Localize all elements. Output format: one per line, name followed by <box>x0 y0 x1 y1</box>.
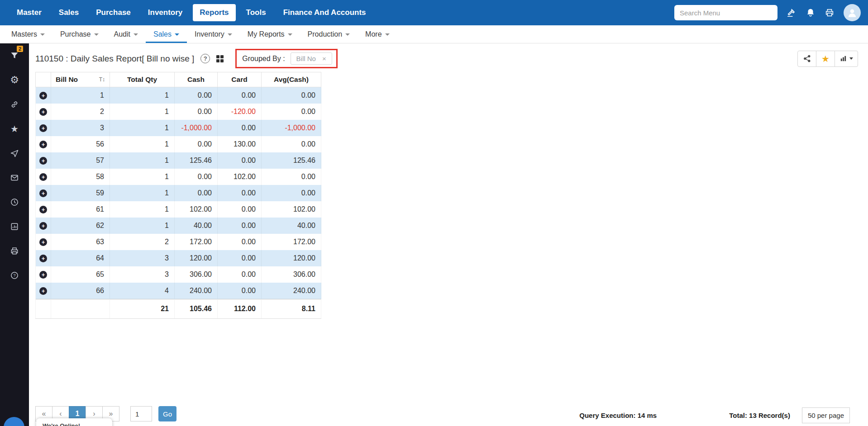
column-header-avg-cash-[interactable]: Avg(Cash) <box>262 72 321 87</box>
subnav-item-masters[interactable]: Masters <box>4 25 52 43</box>
go-button[interactable]: Go <box>158 406 176 421</box>
expand-row-button[interactable] <box>39 141 47 148</box>
expand-row-button[interactable] <box>39 124 47 132</box>
cell-avg-cash: 0.00 <box>262 136 321 152</box>
expand-row-button[interactable] <box>39 255 47 262</box>
cell-total-qty: 1 <box>110 201 175 218</box>
share-button[interactable] <box>797 51 816 67</box>
cell-cash: 172.00 <box>175 234 218 250</box>
expand-row-button[interactable] <box>39 238 47 246</box>
subnav-item-inventory[interactable]: Inventory <box>187 25 240 43</box>
cell-cash: 0.00 <box>175 185 218 201</box>
column-header-label: Bill No <box>56 76 78 84</box>
table-row: 210.00-120.000.00 <box>36 104 321 120</box>
topbar-item-reports[interactable]: Reports <box>193 4 235 21</box>
grouped-by-chip[interactable]: Bill No × <box>291 52 332 65</box>
cell-cash: 120.00 <box>175 250 218 266</box>
topbar-item-finance-and-accounts[interactable]: Finance And Accounts <box>277 4 373 21</box>
cell-total-qty: 1 <box>110 218 175 234</box>
totals-row: 21 105.46 112.00 8.11 <box>36 299 321 319</box>
sort-icon[interactable]: T↕ <box>99 76 105 83</box>
svg-text:?: ? <box>13 273 15 278</box>
cell-total-qty: 1 <box>110 169 175 185</box>
sidebar-item-help[interactable]: ? <box>0 263 29 288</box>
gavel-icon[interactable] <box>787 8 796 18</box>
sidebar-item-clock[interactable] <box>0 190 29 214</box>
user-avatar[interactable] <box>844 4 861 21</box>
column-header-card[interactable]: Card <box>218 72 262 87</box>
per-page-select[interactable]: 50 per page <box>802 407 850 423</box>
topbar-item-inventory[interactable]: Inventory <box>141 4 190 21</box>
cell-bill-no: 3 <box>51 120 110 136</box>
topbar-item-sales[interactable]: Sales <box>52 4 86 21</box>
sidebar-item-gear[interactable]: ⚙ <box>0 68 29 92</box>
column-header-bill-no[interactable]: Bill NoT↕ <box>51 72 110 87</box>
sidebar-item-report[interactable] <box>0 214 29 239</box>
bar-chart-icon <box>839 55 847 62</box>
table-header-row: Bill NoT↕Total QtyCashCardAvg(Cash) <box>36 72 321 87</box>
expand-cell <box>36 218 51 234</box>
cell-bill-no: 63 <box>51 234 110 250</box>
topbar: MasterSalesPurchaseInventoryReportsTools… <box>0 0 868 25</box>
cell-bill-no: 62 <box>51 218 110 234</box>
topbar-item-master[interactable]: Master <box>10 4 48 21</box>
cell-total-qty: 1 <box>110 185 175 201</box>
subnav-item-my-reports[interactable]: My Reports <box>240 25 300 43</box>
expand-row-button[interactable] <box>39 173 47 181</box>
subnav-item-production[interactable]: Production <box>300 25 358 43</box>
total-cash: 105.46 <box>175 299 218 319</box>
cell-avg-cash: 0.00 <box>262 87 321 104</box>
subnav-item-sales[interactable]: Sales <box>146 25 187 43</box>
subnav-item-audit[interactable]: Audit <box>106 25 146 43</box>
report-title: 110150 : Daily Sales Report[ Bill no wis… <box>35 54 194 64</box>
cell-bill-no: 59 <box>51 185 110 201</box>
cell-avg-cash: 240.00 <box>262 283 321 299</box>
table-row: 5810.00102.000.00 <box>36 169 321 185</box>
report-actions: ★ <box>797 51 858 67</box>
sidebar-item-filter[interactable]: 2 <box>0 43 29 68</box>
expand-row-button[interactable] <box>39 206 47 213</box>
column-header-cash[interactable]: Cash <box>175 72 218 87</box>
subnav-label: Inventory <box>195 30 224 38</box>
subnav-item-more[interactable]: More <box>358 25 397 43</box>
bell-icon[interactable] <box>806 8 816 18</box>
cell-bill-no: 64 <box>51 250 110 266</box>
subnav-label: More <box>365 30 382 38</box>
cell-card: 130.00 <box>218 136 262 152</box>
column-header-total-qty[interactable]: Total Qty <box>110 72 175 87</box>
subnav-label: Audit <box>114 30 130 38</box>
help-icon[interactable] <box>200 54 210 63</box>
report-toolbar: 110150 : Daily Sales Report[ Bill no wis… <box>35 49 858 68</box>
expand-row-button[interactable] <box>39 222 47 230</box>
chip-close-icon[interactable]: × <box>322 55 326 62</box>
chat-widget[interactable]: We're Online! <box>36 418 112 426</box>
share-icon <box>803 54 811 63</box>
expand-row-button[interactable] <box>39 271 47 279</box>
search-input[interactable] <box>674 5 777 20</box>
topbar-item-purchase[interactable]: Purchase <box>89 4 138 21</box>
sidebar-item-link[interactable] <box>0 92 29 117</box>
chart-view-button[interactable] <box>835 51 858 67</box>
cell-card: 0.00 <box>218 185 262 201</box>
grid-icon[interactable] <box>216 55 224 62</box>
sidebar-item-mail[interactable] <box>0 166 29 190</box>
sidebar-item-print[interactable] <box>0 239 29 263</box>
cell-bill-no: 1 <box>51 87 110 104</box>
expand-row-button[interactable] <box>39 157 47 165</box>
topbar-item-tools[interactable]: Tools <box>239 4 273 21</box>
sidebar-item-star[interactable]: ★ <box>0 117 29 141</box>
expand-row-button[interactable] <box>39 108 47 116</box>
cell-cash: -1,000.00 <box>175 120 218 136</box>
cell-cash: 0.00 <box>175 136 218 152</box>
favorite-button[interactable]: ★ <box>816 51 835 67</box>
expand-row-button[interactable] <box>39 287 47 295</box>
printer-icon[interactable] <box>825 8 835 18</box>
sidebar-item-send[interactable] <box>0 141 29 166</box>
expand-row-button[interactable] <box>39 92 47 99</box>
page-input[interactable] <box>130 406 152 421</box>
expand-row-button[interactable] <box>39 189 47 197</box>
chevron-down-icon <box>175 33 179 36</box>
subnav-item-purchase[interactable]: Purchase <box>52 25 106 43</box>
cell-bill-no: 66 <box>51 283 110 299</box>
cell-avg-cash: 0.00 <box>262 185 321 201</box>
